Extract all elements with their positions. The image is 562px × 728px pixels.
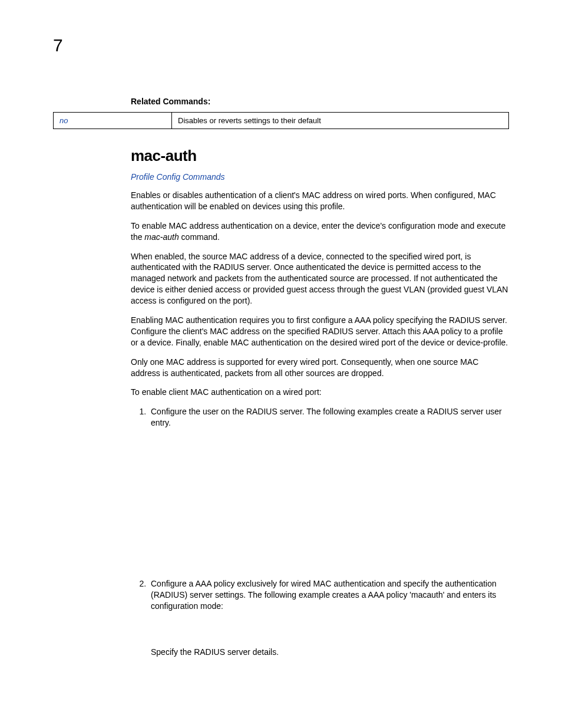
paragraph: To enable MAC address authentication on … [131, 220, 509, 243]
related-commands-heading: Related Commands: [131, 97, 509, 106]
command-name-italic: mac-auth [144, 232, 178, 242]
page-number: 7 [53, 35, 509, 55]
paragraph: Enables or disables authentication of a … [131, 190, 509, 212]
page-container: 7 Related Commands: no Disables or rever… [0, 0, 562, 692]
related-commands-table: no Disables or reverts settings to their… [53, 112, 509, 129]
profile-config-link[interactable]: Profile Config Commands [131, 172, 509, 182]
text-fragment: command. [179, 232, 220, 242]
related-cmd-name[interactable]: no [54, 113, 172, 129]
list-item: Configure the user on the RADIUS server.… [148, 406, 509, 429]
steps-list: Configure a AAA policy exclusively for w… [131, 578, 509, 612]
steps-list: Configure the user on the RADIUS server.… [131, 406, 509, 429]
paragraph: Enabling MAC authentication requires you… [131, 315, 509, 348]
content-area: Related Commands: [131, 97, 509, 106]
step-subtext: Specify the RADIUS server details. [151, 647, 509, 657]
section-title: mac-auth [131, 147, 509, 165]
content-area: mac-auth Profile Config Commands Enables… [131, 147, 509, 657]
paragraph: To enable client MAC authentication on a… [131, 387, 509, 398]
paragraph: Only one MAC address is supported for ev… [131, 357, 509, 379]
list-item: Configure a AAA policy exclusively for w… [148, 578, 509, 612]
table-row: no Disables or reverts settings to their… [54, 113, 509, 129]
spacer [131, 437, 509, 578]
related-cmd-desc: Disables or reverts settings to their de… [172, 113, 509, 129]
paragraph: When enabled, the source MAC address of … [131, 251, 509, 307]
